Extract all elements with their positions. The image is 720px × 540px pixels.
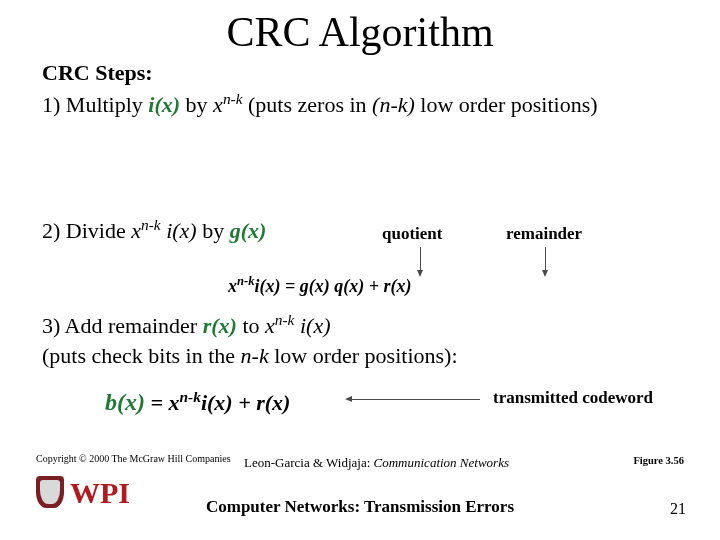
nk-3: n-k [237, 274, 255, 288]
arrow-remainder [545, 247, 546, 271]
nk-2: n-k [141, 216, 161, 233]
bx-term: b(x) [105, 389, 145, 415]
bottom-title: Computer Networks: Transmission Errors [0, 497, 720, 517]
citation: Leon-Garcia & Widjaja: Communication Net… [244, 455, 509, 471]
x-1: x [213, 92, 223, 117]
ix-2: i(x) [161, 218, 197, 243]
x-4: x [265, 313, 275, 338]
step-2: 2) Divide xn-k i(x) by g(x) [42, 216, 266, 244]
step1-end: low order positions) [415, 92, 598, 117]
step3-a: 3) Add remainder [42, 313, 203, 338]
rx-term: r(x) [203, 313, 237, 338]
gx-term: g(x) [230, 218, 267, 243]
arrow-horizontal [352, 399, 480, 400]
remainder-label: remainder [506, 224, 582, 244]
ix-4: i(x) [294, 313, 330, 338]
step1-suffix: (puts zeros in [243, 92, 373, 117]
step2-by: by [197, 218, 230, 243]
eq-sign: = [145, 390, 169, 415]
nk-4: n-k [275, 311, 295, 328]
bx-equation: b(x) = xn-ki(x) + r(x) [105, 388, 290, 416]
cite-book: Communication Networks [370, 455, 509, 470]
center-eq-tail: i(x) = g(x) q(x) + r(x) [255, 276, 412, 296]
x-2: x [131, 218, 141, 243]
step-1: 1) Multiply i(x) by xn-k (puts zeros in … [42, 90, 678, 118]
x-3: x [228, 276, 237, 296]
by-1: by [180, 92, 213, 117]
bx-tail: i(x) + r(x) [201, 390, 291, 415]
ix-term: i(x) [148, 92, 180, 117]
step3-f: low order positions): [269, 343, 458, 368]
steps-heading: CRC Steps: [42, 60, 678, 86]
slide-title: CRC Algorithm [0, 8, 720, 56]
nk-paren: (n-k) [372, 92, 415, 117]
copyright: Copyright © 2000 The McGraw Hill Compani… [36, 453, 231, 464]
step3-b: to [237, 313, 265, 338]
nk-text: n-k [241, 343, 269, 368]
arrow-quotient [420, 247, 421, 271]
step3-d: (puts check bits in the [42, 343, 241, 368]
page-number: 21 [670, 500, 686, 518]
transmitted-codeword-label: transmitted codeword [493, 388, 653, 408]
nk-5: n-k [180, 388, 201, 405]
step1-prefix: 1) Multiply [42, 92, 148, 117]
cite-author: Leon-Garcia & Widjaja: [244, 455, 370, 470]
step-3: 3) Add remainder r(x) to xn-k i(x) (puts… [42, 310, 458, 371]
nk-1: n-k [223, 90, 243, 107]
step2-prefix: 2) Divide [42, 218, 131, 243]
quotient-label: quotient [382, 224, 442, 244]
center-equation: xn-ki(x) = g(x) q(x) + r(x) [228, 274, 411, 297]
x-5: x [169, 390, 180, 415]
figure-number: Figure 3.56 [633, 455, 684, 466]
